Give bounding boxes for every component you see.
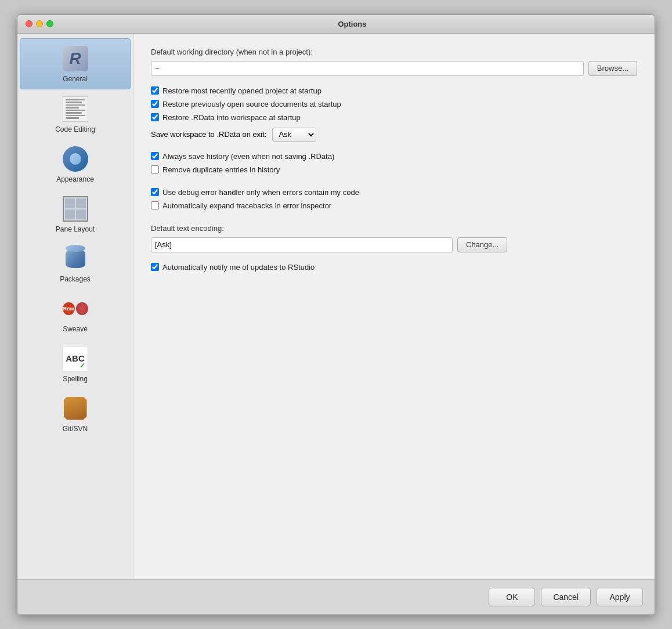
auto-expand-row: Automatically expand tracebacks in error… — [151, 201, 637, 210]
change-button[interactable]: Change... — [457, 237, 507, 252]
cancel-button[interactable]: Cancel — [541, 588, 591, 606]
pane-layout-icon — [62, 195, 89, 223]
restore-project-checkbox[interactable] — [151, 86, 159, 95]
restore-project-label: Restore most recently opened project at … — [162, 86, 321, 95]
content-area: R General — [17, 34, 655, 579]
restore-rdata-label: Restore .RData into workspace at startup — [162, 113, 301, 122]
browse-button[interactable]: Browse... — [588, 61, 637, 76]
apply-button[interactable]: Apply — [597, 588, 643, 606]
sidebar-item-packages[interactable]: Packages — [17, 239, 133, 289]
sidebar-label-spelling: Spelling — [63, 375, 88, 383]
sidebar-item-pane-layout[interactable]: Pane Layout — [17, 189, 133, 239]
close-button[interactable] — [26, 20, 32, 27]
sidebar-label-packages: Packages — [60, 275, 91, 283]
sidebar: R General — [17, 34, 133, 579]
sweave-icon: Rnw — [62, 295, 89, 323]
sidebar-item-general[interactable]: R General — [20, 38, 131, 89]
appearance-icon — [62, 145, 89, 173]
encoding-input[interactable] — [151, 237, 453, 252]
always-save-history-checkbox[interactable] — [151, 152, 159, 160]
save-workspace-label: Save workspace to .RData on exit: — [151, 130, 266, 139]
debug-handler-label: Use debug error handler only when errors… — [162, 188, 359, 197]
sidebar-label-gitsvn: Git/SVN — [63, 425, 88, 433]
sidebar-item-spelling[interactable]: ABC ✓ Spelling — [17, 339, 133, 389]
gitsvn-icon — [62, 395, 89, 422]
sidebar-item-code-editing[interactable]: Code Editing — [17, 89, 133, 139]
debug-handler-row: Use debug error handler only when errors… — [151, 188, 637, 197]
gap2 — [151, 215, 637, 224]
ok-button[interactable]: OK — [489, 588, 535, 606]
main-panel: Default working directory (when not in a… — [133, 34, 655, 579]
restore-source-checkbox[interactable] — [151, 100, 159, 108]
options-window: Options R General — [17, 15, 655, 615]
restore-rdata-row: Restore .RData into workspace at startup — [151, 113, 637, 122]
minimize-button[interactable] — [36, 20, 43, 27]
window-title: Options — [58, 20, 646, 28]
remove-duplicate-checkbox[interactable] — [151, 165, 159, 173]
window-controls — [26, 20, 53, 27]
spelling-icon: ABC ✓ — [62, 345, 89, 373]
remove-duplicate-label: Remove duplicate entries in history — [162, 165, 280, 174]
packages-icon — [62, 245, 89, 273]
footer: OK Cancel Apply — [17, 579, 655, 614]
restore-rdata-checkbox[interactable] — [151, 113, 159, 121]
notify-updates-label: Automatically notify me of updates to RS… — [162, 263, 315, 272]
save-workspace-select[interactable]: Ask Always Never — [272, 128, 316, 142]
general-icon: R — [62, 45, 89, 73]
working-dir-label: Default working directory (when not in a… — [151, 48, 637, 56]
working-dir-row: Browse... — [151, 61, 637, 76]
always-save-history-row: Always save history (even when not savin… — [151, 152, 637, 161]
remove-duplicate-row: Remove duplicate entries in history — [151, 165, 637, 174]
sidebar-label-pane-layout: Pane Layout — [56, 225, 95, 233]
save-workspace-row: Save workspace to .RData on exit: Ask Al… — [151, 128, 637, 142]
maximize-button[interactable] — [46, 20, 53, 27]
notify-updates-checkbox[interactable] — [151, 263, 159, 271]
sidebar-label-code-editing: Code Editing — [55, 125, 95, 133]
restore-source-row: Restore previously open source documents… — [151, 100, 637, 109]
sidebar-label-sweave: Sweave — [63, 325, 88, 333]
sidebar-item-appearance[interactable]: Appearance — [17, 139, 133, 189]
restore-source-label: Restore previously open source documents… — [162, 100, 341, 109]
sidebar-item-gitsvn[interactable]: Git/SVN — [17, 389, 133, 439]
debug-handler-checkbox[interactable] — [151, 188, 159, 196]
auto-expand-checkbox[interactable] — [151, 201, 159, 209]
auto-expand-label: Automatically expand tracebacks in error… — [162, 201, 331, 210]
title-bar: Options — [17, 15, 655, 34]
sidebar-item-sweave[interactable]: Rnw Sweave — [17, 289, 133, 339]
code-editing-icon — [62, 95, 89, 123]
notify-updates-row: Automatically notify me of updates to RS… — [151, 263, 637, 272]
encoding-row: Change... — [151, 237, 637, 252]
working-dir-input[interactable] — [151, 61, 584, 76]
always-save-history-label: Always save history (even when not savin… — [162, 152, 334, 161]
gap1 — [151, 179, 637, 188]
sidebar-label-general: General — [63, 75, 88, 83]
encoding-label: Default text encoding: — [151, 224, 637, 233]
sidebar-label-appearance: Appearance — [56, 175, 94, 183]
restore-project-row: Restore most recently opened project at … — [151, 86, 637, 95]
